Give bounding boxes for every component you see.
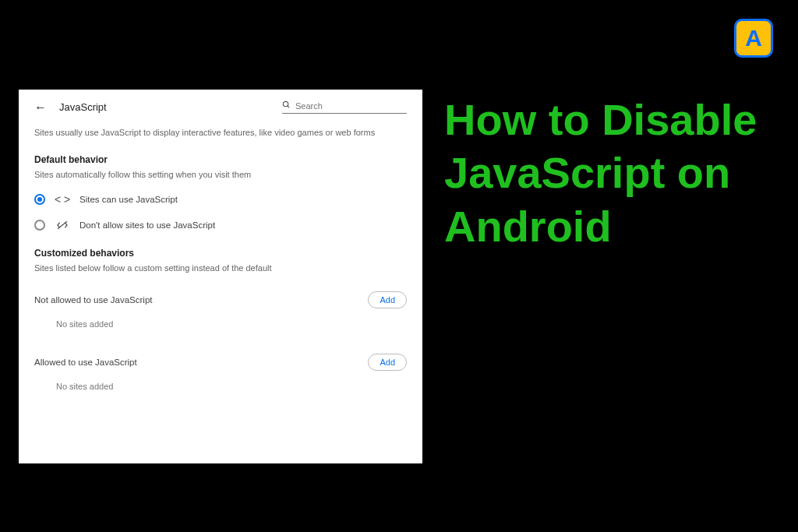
not-allowed-list-header: Not allowed to use JavaScript Add [34, 291, 407, 308]
radio-label: Don't allow sites to use JavaScript [79, 220, 215, 230]
article-headline: How to Disable JavaScript on Android [444, 93, 767, 253]
allowed-list-header: Allowed to use JavaScript Add [34, 354, 407, 371]
customized-sub: Sites listed below follow a custom setti… [34, 263, 407, 273]
not-allowed-empty: No sites added [56, 319, 407, 329]
add-not-allowed-button[interactable]: Add [368, 291, 407, 308]
customized-heading: Customized behaviors [34, 248, 407, 259]
add-allowed-button[interactable]: Add [368, 354, 407, 371]
search-input[interactable] [295, 101, 397, 111]
search-field[interactable] [282, 100, 407, 114]
radio-icon [34, 194, 45, 205]
settings-panel: ← JavaScript Sites usually use JavaScrip… [19, 90, 422, 463]
list-label: Allowed to use JavaScript [34, 358, 137, 367]
allowed-empty: No sites added [56, 382, 407, 391]
logo-badge: A [734, 19, 773, 58]
default-behavior-sub: Sites automatically follow this setting … [34, 170, 407, 179]
code-brackets-slash-icon [56, 220, 69, 231]
panel-header: ← JavaScript [34, 100, 407, 114]
radio-label: Sites can use JavaScript [79, 195, 178, 204]
panel-title: JavaScript [59, 101, 270, 113]
radio-block-js[interactable]: Don't allow sites to use JavaScript [34, 220, 407, 231]
back-arrow-icon[interactable]: ← [34, 101, 47, 114]
svg-point-0 [283, 101, 288, 106]
default-behavior-heading: Default behavior [34, 154, 407, 165]
intro-text: Sites usually use JavaScript to display … [34, 128, 407, 137]
radio-allow-js[interactable]: < > Sites can use JavaScript [34, 193, 407, 206]
search-icon [282, 100, 291, 111]
svg-line-1 [288, 106, 289, 107]
radio-icon [34, 220, 45, 231]
list-label: Not allowed to use JavaScript [34, 295, 153, 305]
code-brackets-icon: < > [56, 193, 69, 206]
logo-letter: A [745, 25, 762, 51]
